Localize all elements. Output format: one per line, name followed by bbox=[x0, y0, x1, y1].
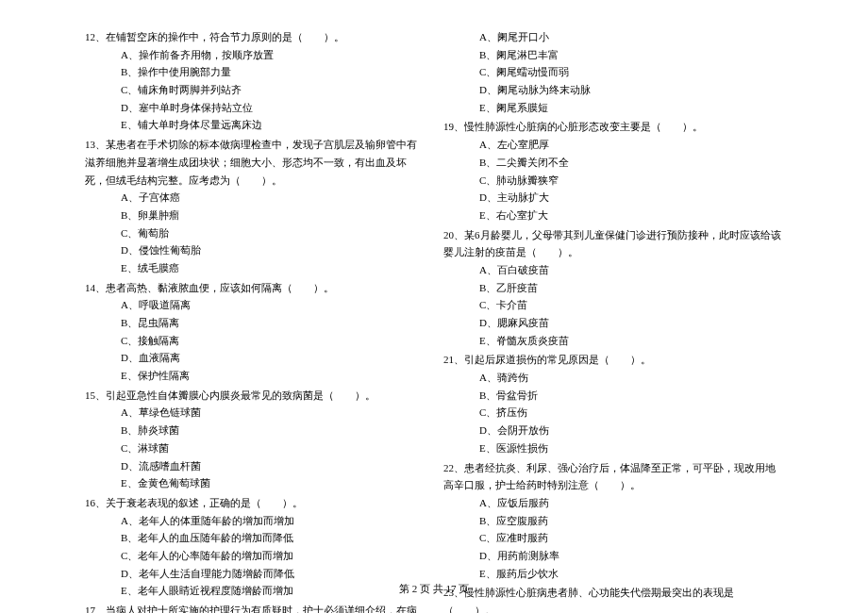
option-a: A、左心室肥厚 bbox=[443, 136, 783, 154]
option-c: C、淋球菌 bbox=[85, 439, 425, 457]
question-title: 15、引起亚急性自体瓣膜心内膜炎最常见的致病菌是（ ）。 bbox=[85, 387, 425, 405]
question-title: 13、某患者在手术切除的标本做病理检查中，发现子宫肌层及输卵管中有滋养细胞并显著… bbox=[85, 136, 425, 189]
option-d: D、阑尾动脉为终末动脉 bbox=[443, 81, 783, 99]
option-e: E、金黄色葡萄球菌 bbox=[85, 474, 425, 492]
question-22: 22、患者经抗炎、利尿、强心治疗后，体温降至正常，可平卧，现改用地高辛口服，护士… bbox=[443, 459, 783, 583]
option-e: E、服药后少饮水 bbox=[443, 565, 783, 583]
question-19: 19、慢性肺源性心脏病的心脏形态改变主要是（ ）。 A、左心室肥厚 B、二尖瓣关… bbox=[443, 118, 783, 224]
question-title: 16、关于衰老表现的叙述，正确的是（ ）。 bbox=[85, 494, 425, 512]
option-d: D、侵蚀性葡萄胎 bbox=[85, 241, 425, 259]
option-e: E、绒毛膜癌 bbox=[85, 259, 425, 277]
question-13: 13、某患者在手术切除的标本做病理检查中，发现子宫肌层及输卵管中有滋养细胞并显著… bbox=[85, 136, 425, 277]
option-b: B、老年人的血压随年龄的增加而降低 bbox=[85, 529, 425, 547]
question-title: 17、当病人对护士所实施的护理行为有质疑时，护士必须详细介绍，在病人同意后才能继… bbox=[85, 602, 425, 613]
question-12: 12、在铺暂空床的操作中，符合节力原则的是（ ）。 A、操作前备齐用物，按顺序放… bbox=[85, 28, 425, 134]
option-a: A、子宫体癌 bbox=[85, 189, 425, 207]
left-column: 12、在铺暂空床的操作中，符合节力原则的是（ ）。 A、操作前备齐用物，按顺序放… bbox=[85, 28, 425, 613]
question-title: 20、某6月龄婴儿，父母带其到儿童保健门诊进行预防接种，此时应该给该婴儿注射的疫… bbox=[443, 226, 783, 261]
option-c: C、应准时服药 bbox=[443, 529, 783, 547]
option-a: A、草绿色链球菌 bbox=[85, 404, 425, 422]
option-a: A、阑尾开口小 bbox=[443, 28, 783, 46]
option-b: B、二尖瓣关闭不全 bbox=[443, 154, 783, 172]
option-e: E、铺大单时身体尽量远离床边 bbox=[85, 116, 425, 134]
question-title: 14、患者高热、黏液脓血便，应该如何隔离（ ）。 bbox=[85, 279, 425, 297]
option-d: D、用药前测脉率 bbox=[443, 547, 783, 565]
question-title: 22、患者经抗炎、利尿、强心治疗后，体温降至正常，可平卧，现改用地高辛口服，护士… bbox=[443, 459, 783, 494]
option-a: A、呼吸道隔离 bbox=[85, 296, 425, 314]
page-container: 12、在铺暂空床的操作中，符合节力原则的是（ ）。 A、操作前备齐用物，按顺序放… bbox=[0, 0, 868, 613]
option-b: B、阑尾淋巴丰富 bbox=[443, 46, 783, 64]
option-b: B、应空腹服药 bbox=[443, 512, 783, 530]
question-title: 21、引起后尿道损伤的常见原因是（ ）。 bbox=[443, 351, 783, 369]
option-b: B、操作中使用腕部力量 bbox=[85, 63, 425, 81]
question-17: 17、当病人对护士所实施的护理行为有质疑时，护士必须详细介绍，在病人同意后才能继… bbox=[85, 602, 425, 613]
option-e: E、脊髓灰质炎疫苗 bbox=[443, 332, 783, 350]
question-title: 19、慢性肺源性心脏病的心脏形态改变主要是（ ）。 bbox=[443, 118, 783, 136]
right-column: A、阑尾开口小 B、阑尾淋巴丰富 C、阑尾蠕动慢而弱 D、阑尾动脉为终末动脉 E… bbox=[443, 28, 783, 613]
option-d: D、会阴开放伤 bbox=[443, 422, 783, 439]
question-14: 14、患者高热、黏液脓血便，应该如何隔离（ ）。 A、呼吸道隔离 B、昆虫隔离 … bbox=[85, 279, 425, 385]
question-title: 12、在铺暂空床的操作中，符合节力原则的是（ ）。 bbox=[85, 28, 425, 46]
option-e: E、医源性损伤 bbox=[443, 439, 783, 457]
option-c: C、葡萄胎 bbox=[85, 224, 425, 242]
option-c: C、肺动脉瓣狭窄 bbox=[443, 172, 783, 190]
option-d: D、主动脉扩大 bbox=[443, 189, 783, 207]
option-d: D、血液隔离 bbox=[85, 349, 425, 367]
option-e: E、保护性隔离 bbox=[85, 367, 425, 385]
option-d: D、老年人生活自理能力随增龄而降低 bbox=[85, 565, 425, 583]
option-b: B、卵巢肿瘤 bbox=[85, 207, 425, 224]
option-c: C、阑尾蠕动慢而弱 bbox=[443, 63, 783, 81]
option-a: A、老年人的体重随年龄的增加而增加 bbox=[85, 512, 425, 530]
question-20: 20、某6月龄婴儿，父母带其到儿童保健门诊进行预防接种，此时应该给该婴儿注射的疫… bbox=[443, 226, 783, 350]
option-c: C、老年人的心率随年龄的增加而增加 bbox=[85, 547, 425, 565]
page-footer: 第 2 页 共 17 页 bbox=[0, 582, 868, 596]
option-a: A、应饭后服药 bbox=[443, 494, 783, 512]
question-21: 21、引起后尿道损伤的常见原因是（ ）。 A、骑跨伤 B、骨盆骨折 C、挤压伤 … bbox=[443, 351, 783, 456]
option-e: E、阑尾系膜短 bbox=[443, 99, 783, 117]
option-a: A、操作前备齐用物，按顺序放置 bbox=[85, 46, 425, 64]
option-d: D、腮麻风疫苗 bbox=[443, 314, 783, 332]
question-18-options: A、阑尾开口小 B、阑尾淋巴丰富 C、阑尾蠕动慢而弱 D、阑尾动脉为终末动脉 E… bbox=[443, 28, 783, 116]
option-b: B、昆虫隔离 bbox=[85, 314, 425, 332]
option-d: D、流感嗜血杆菌 bbox=[85, 457, 425, 475]
option-b: B、肺炎球菌 bbox=[85, 422, 425, 439]
option-b: B、骨盆骨折 bbox=[443, 387, 783, 405]
option-a: A、骑跨伤 bbox=[443, 369, 783, 387]
option-b: B、乙肝疫苗 bbox=[443, 279, 783, 297]
question-15: 15、引起亚急性自体瓣膜心内膜炎最常见的致病菌是（ ）。 A、草绿色链球菌 B、… bbox=[85, 387, 425, 492]
option-e: E、右心室扩大 bbox=[443, 207, 783, 224]
option-c: C、卡介苗 bbox=[443, 296, 783, 314]
option-d: D、塞中单时身体保持站立位 bbox=[85, 99, 425, 117]
option-a: A、百白破疫苗 bbox=[443, 261, 783, 279]
option-c: C、挤压伤 bbox=[443, 404, 783, 422]
option-c: C、铺床角时两脚并列站齐 bbox=[85, 81, 425, 99]
option-c: C、接触隔离 bbox=[85, 332, 425, 350]
